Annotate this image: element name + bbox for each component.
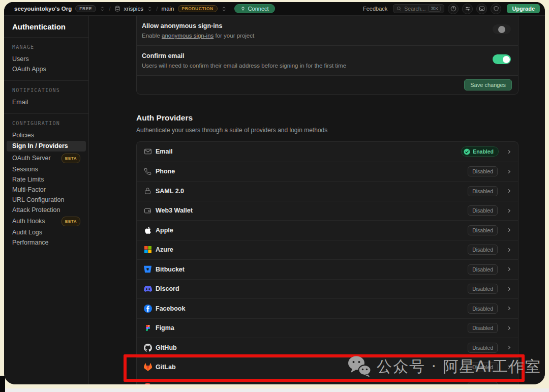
provider-name: Bitbucket [156, 266, 468, 273]
chevrons-up-down-icon[interactable] [100, 6, 105, 12]
provider-row-facebook[interactable]: Facebook Disabled [137, 298, 518, 318]
check-circle-icon [464, 148, 470, 155]
sidebar-section-notifications: NOTIFICATIONS Email [4, 81, 88, 114]
confirm-email-row: Confirm email Users will need to confirm… [137, 45, 518, 75]
help-button[interactable] [448, 4, 459, 14]
status-badge: Disabled [468, 245, 498, 255]
provider-name: Discord [156, 285, 468, 292]
plan-badge: FREE [75, 5, 96, 12]
anonymous-signins-row: Allow anonymous sign-ins Enable anonymou… [137, 16, 518, 45]
connect-button[interactable]: Connect [234, 4, 275, 13]
search-input[interactable]: Search... ⌘K [393, 4, 444, 13]
gitlab-logo-icon [143, 363, 152, 372]
org-switcher[interactable]: seeyouintokyo's Org [14, 6, 72, 12]
provider-row-gitlab[interactable]: GitLab Disabled [137, 357, 518, 377]
apple-logo-icon [143, 226, 152, 234]
chevron-right-icon [506, 227, 512, 233]
card-footer: Save changes [137, 75, 518, 94]
setting-title: Confirm email [142, 52, 493, 59]
sidebar-item-email[interactable]: Email [4, 97, 88, 107]
provider-row-phone[interactable]: Phone Disabled [137, 162, 518, 182]
sidebar-item-url-configuration[interactable]: URL Configuration [4, 195, 88, 205]
feedback-button[interactable]: Feedback [363, 6, 387, 12]
sidebar-item-oauth-server[interactable]: OAuth ServerBETA [4, 152, 88, 164]
chevron-right-icon [506, 169, 512, 174]
status-badge: Disabled [468, 382, 498, 384]
auth-providers-list: Email Enabled Phone Disabled [136, 141, 518, 384]
sidebar-item-label: Multi-Factor [12, 186, 46, 194]
settings-button[interactable] [462, 4, 473, 14]
provider-row-web3-wallet[interactable]: Web3 Wallet Disabled [137, 201, 518, 221]
provider-row-github[interactable]: GitHub Disabled [137, 338, 518, 357]
sidebar-item-policies[interactable]: Policies [4, 130, 88, 140]
sidebar-section-configuration: CONFIGURATION Policies Sign In / Provide… [4, 114, 88, 254]
provider-row-email[interactable]: Email Enabled [137, 142, 518, 162]
status-badge: Disabled [468, 284, 498, 294]
section-label: CONFIGURATION [4, 120, 88, 126]
status-badge: Disabled [468, 205, 498, 216]
provider-row-google[interactable]: Google Disabled [137, 377, 518, 384]
microsoft-logo-icon [143, 246, 152, 254]
sidebar-item-users[interactable]: Users [4, 54, 88, 64]
sidebar-item-sessions[interactable]: Sessions [4, 164, 88, 174]
sidebar-item-label: Attack Protection [12, 206, 60, 214]
sidebar-item-oauth-apps[interactable]: OAuth Apps [4, 64, 88, 74]
sidebar-item-label: URL Configuration [12, 196, 64, 204]
status-badge: Disabled [468, 362, 498, 372]
plug-icon [240, 6, 246, 11]
sidebar-item-auth-hooks[interactable]: Auth HooksBETA [4, 215, 88, 227]
lock-icon [143, 187, 152, 195]
status-badge: Disabled [468, 186, 498, 196]
bitbucket-logo-icon [143, 265, 152, 274]
search-icon [396, 6, 402, 11]
branch-switcher[interactable]: main [162, 6, 174, 12]
provider-name: Google [156, 383, 468, 384]
project-switcher[interactable]: xrispics [124, 6, 143, 12]
chevron-right-icon [506, 384, 512, 384]
status-badge: Enabled [461, 146, 499, 157]
section-subtitle: Authenticate your users through a suite … [136, 127, 518, 134]
email-settings-card: Allow anonymous sign-ins Enable anonymou… [136, 16, 518, 95]
sidebar-item-audit-logs[interactable]: Audit Logs [4, 227, 88, 237]
provider-row-saml[interactable]: SAML 2.0 Disabled [137, 181, 518, 201]
chevrons-up-down-icon[interactable] [147, 6, 152, 12]
provider-row-figma[interactable]: Figma Disabled [137, 318, 518, 338]
sidebar-item-sign-in-providers[interactable]: Sign In / Providers [7, 141, 86, 152]
provider-name: GitHub [156, 344, 468, 351]
inbox-button[interactable] [476, 4, 487, 14]
upgrade-button[interactable]: Upgrade [507, 4, 540, 13]
sidebar-item-label: Policies [12, 132, 34, 139]
chevron-right-icon [506, 286, 512, 292]
chevron-right-icon [506, 247, 512, 253]
sidebar-item-multi-factor[interactable]: Multi-Factor [4, 185, 88, 195]
provider-row-bitbucket[interactable]: Bitbucket Disabled [137, 259, 518, 279]
app-window: seeyouintokyo's Org FREE / xrispics / ma… [4, 2, 545, 384]
sidebar-item-performance[interactable]: Performance [4, 237, 88, 248]
anonymous-signins-link[interactable]: anonymous sign-ins [162, 33, 214, 39]
provider-name: Apple [156, 227, 468, 234]
environment-badge: PRODUCTION [178, 5, 218, 12]
auth-providers-header: Auth Providers Authenticate your users t… [136, 113, 518, 134]
sidebar-item-label: OAuth Apps [12, 66, 46, 73]
provider-row-apple[interactable]: Apple Disabled [137, 220, 518, 240]
provider-name: Figma [156, 324, 468, 331]
sidebar-item-label: Rate Limits [12, 176, 44, 184]
sidebar-item-rate-limits[interactable]: Rate Limits [4, 174, 88, 185]
chevron-right-icon [506, 365, 512, 370]
chevron-right-icon [506, 188, 512, 194]
confirm-email-toggle[interactable] [493, 54, 511, 64]
status-badge: Disabled [468, 166, 498, 176]
section-label: MANAGE [4, 44, 88, 50]
save-changes-button[interactable]: Save changes [464, 79, 512, 91]
project-icon [114, 6, 120, 12]
provider-row-azure[interactable]: Azure Disabled [137, 240, 518, 260]
provider-row-discord[interactable]: Discord Disabled [137, 279, 518, 299]
chevrons-up-down-icon[interactable] [221, 6, 227, 12]
sidebar-item-label: Users [12, 55, 29, 63]
discord-logo-icon [143, 285, 152, 293]
security-button[interactable] [491, 4, 501, 14]
sidebar-item-label: Audit Logs [12, 229, 42, 236]
sidebar-item-attack-protection[interactable]: Attack Protection [4, 205, 88, 215]
status-badge: Disabled [468, 343, 498, 353]
anonymous-signins-toggle[interactable] [493, 24, 511, 34]
